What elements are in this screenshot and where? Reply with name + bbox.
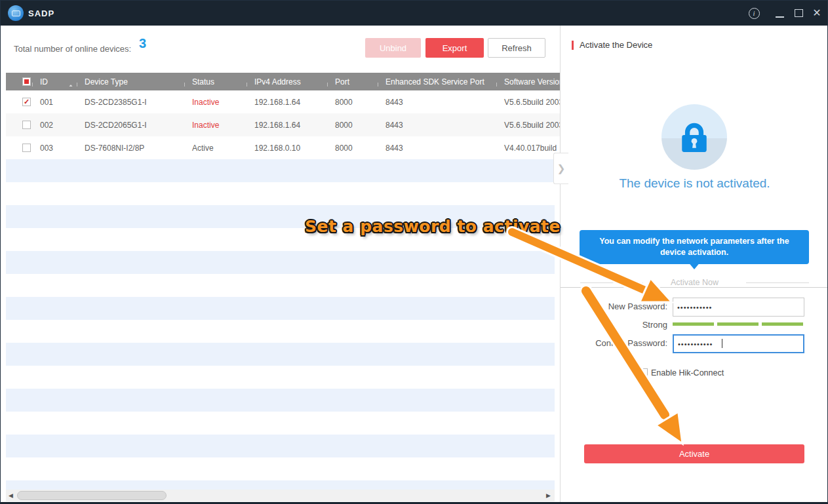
password-strength-meter — [673, 322, 803, 326]
activation-panel: Activate the Device The device is not ac… — [560, 26, 828, 502]
app-title: SADP — [28, 9, 54, 18]
info-button[interactable]: i — [747, 1, 760, 26]
table-row[interactable]: 003 DS-7608NI-I2/8P Active 192.168.0.10 … — [6, 136, 560, 159]
column-device-type[interactable]: Device Type — [77, 77, 184, 87]
column-id[interactable]: ID — [40, 77, 48, 87]
column-status[interactable]: Status — [184, 77, 246, 87]
device-list-panel: Total number of online devices: 3 Unbind… — [1, 26, 560, 502]
confirm-password-label: Confirm Password: — [595, 338, 667, 348]
activation-tooltip: You can modify the network parameters af… — [580, 230, 809, 264]
strength-bar — [717, 322, 759, 326]
column-port[interactable]: Port — [327, 77, 378, 87]
empty-rows-stripes — [6, 159, 555, 490]
info-icon: i — [749, 8, 760, 19]
status-badge: Active — [184, 144, 246, 153]
tooltip-arrow-icon — [688, 262, 701, 269]
maximize-icon — [795, 9, 803, 17]
refresh-button[interactable]: Refresh — [488, 38, 545, 58]
sadp-window: SADP i ✕ Total number of online devices:… — [0, 0, 828, 504]
titlebar: SADP i ✕ — [1, 1, 827, 26]
strength-bar — [762, 322, 803, 326]
status-badge: Inactive — [184, 98, 246, 107]
column-version[interactable]: Software Version — [496, 77, 560, 87]
total-devices-label: Total number of online devices: — [14, 44, 131, 54]
row-checkbox[interactable] — [22, 121, 31, 129]
unbind-button[interactable]: Unbind — [365, 38, 421, 58]
close-button[interactable]: ✕ — [810, 1, 823, 26]
column-ipv4[interactable]: IPv4 Address — [246, 77, 327, 87]
export-button[interactable]: Export — [425, 38, 484, 58]
section-accent-bar — [572, 41, 574, 50]
new-password-label: New Password: — [608, 301, 667, 311]
scroll-right-icon[interactable]: ▶ — [546, 492, 551, 499]
scrollbar-thumb[interactable] — [17, 491, 167, 500]
table-header: ID Device Type Status IPv4 Address Port … — [6, 73, 560, 90]
row-checkbox[interactable] — [22, 144, 31, 152]
sort-asc-icon — [68, 85, 74, 87]
panel-title: Activate the Device — [580, 40, 652, 50]
minimize-icon — [776, 16, 784, 18]
minimize-button[interactable] — [773, 1, 786, 26]
confirm-password-field[interactable] — [673, 334, 804, 353]
activate-now-label[interactable]: Activate Now — [671, 278, 719, 287]
hik-connect-label: Enable Hik-Connect — [651, 368, 724, 378]
sadp-logo-icon — [8, 5, 24, 21]
activate-button[interactable]: Activate — [584, 444, 804, 463]
chevron-right-icon: ❯ — [557, 163, 566, 174]
lock-icon — [661, 104, 727, 170]
maximize-button[interactable] — [792, 1, 805, 26]
horizontal-scrollbar[interactable]: ◀ ▶ — [6, 490, 555, 501]
table-row[interactable]: 001 DS-2CD2385G1-I Inactive 192.168.1.64… — [6, 90, 560, 113]
scroll-left-icon[interactable]: ◀ — [9, 492, 13, 499]
row-checkbox[interactable] — [22, 98, 31, 106]
table-row[interactable]: 002 DS-2CD2065G1-I Inactive 192.168.1.64… — [6, 113, 560, 136]
status-badge: Inactive — [184, 121, 246, 130]
select-all-checkbox[interactable] — [22, 77, 31, 86]
total-devices-count: 3 — [139, 36, 146, 51]
new-password-field[interactable] — [673, 298, 804, 317]
text-caret — [722, 339, 722, 348]
panel-divider — [561, 287, 828, 288]
column-sdk-port[interactable]: Enhanced SDK Service Port — [378, 77, 496, 87]
collapse-panel-button[interactable]: ❯ — [553, 153, 568, 184]
not-activated-message: The device is not activated. — [561, 176, 828, 191]
activate-now-row: Activate Now — [580, 277, 809, 288]
hik-connect-checkbox[interactable] — [639, 368, 648, 377]
close-icon: ✕ — [812, 8, 821, 18]
strength-bar — [673, 322, 714, 326]
password-strength-label: Strong — [642, 320, 667, 330]
